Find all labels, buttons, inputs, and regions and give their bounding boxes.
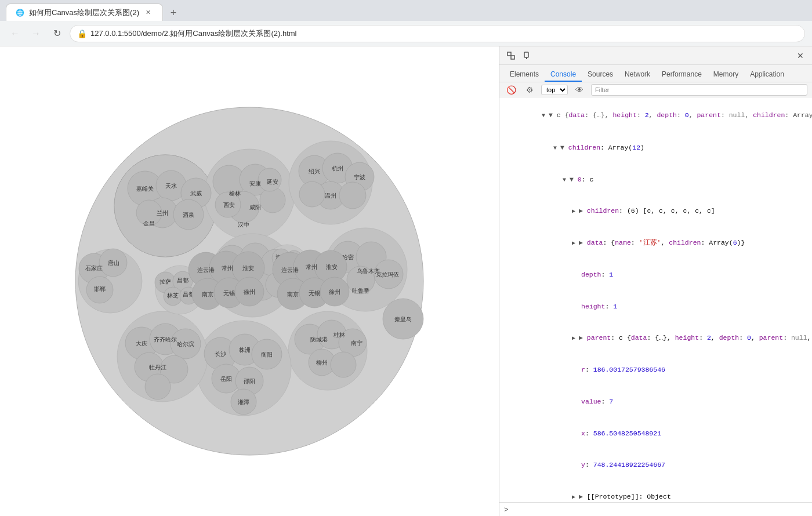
console-line[interactable]: ▶ data: {name: '江苏', children: Array(6)}	[499, 227, 812, 259]
svg-text:嘉峪关: 嘉峪关	[136, 186, 154, 192]
svg-text:宁波: 宁波	[354, 174, 365, 180]
svg-text:桂林: 桂林	[333, 332, 345, 338]
browser-window: 🌐 如何用Canvas绘制层次关系图(2) ✕ + ← → ↻ 🔒 127.0.…	[0, 0, 812, 516]
tab-network[interactable]: Network	[619, 68, 656, 82]
svg-rect-141	[526, 57, 527, 59]
tab-memory[interactable]: Memory	[708, 68, 744, 82]
tab-close-button[interactable]: ✕	[144, 8, 153, 17]
svg-text:酒泉: 酒泉	[183, 212, 194, 218]
forward-button[interactable]: →	[28, 26, 44, 42]
device-toolbar-button[interactable]	[520, 49, 534, 63]
console-line: height: 1	[499, 290, 812, 322]
new-tab-button[interactable]: +	[165, 5, 182, 21]
svg-text:湘潭: 湘潭	[238, 399, 249, 405]
svg-text:杭州: 杭州	[331, 165, 343, 172]
svg-text:无锡: 无锡	[223, 290, 235, 296]
active-tab[interactable]: 🌐 如何用Canvas绘制层次关系图(2) ✕	[6, 3, 163, 21]
console-output[interactable]: ▼ c {data: {…}, height: 2, depth: 0, par…	[499, 97, 812, 502]
console-line[interactable]: ▼ 0: c	[499, 163, 812, 195]
clear-console-button[interactable]: 🚫	[504, 83, 518, 97]
svg-rect-138	[507, 52, 511, 56]
console-settings-button[interactable]: ⚙	[523, 83, 536, 97]
svg-text:安康: 安康	[249, 180, 261, 187]
svg-text:徐州: 徐州	[329, 289, 340, 295]
devtools-panel: ✕ Elements Console Sources Network Perfo…	[499, 46, 812, 516]
svg-text:南京: 南京	[287, 291, 299, 297]
svg-point-51	[145, 374, 171, 399]
bubble-chart-svg: 嘉峪关 天水 武威 榆林 安康 延安 兰州 酒泉 西安 咸阳 金昌 汉中 绍兴 …	[64, 55, 435, 507]
tab-performance[interactable]: Performance	[656, 68, 708, 82]
tab-title: 如何用Canvas绘制层次关系图(2)	[29, 8, 139, 18]
lock-icon: 🔒	[77, 29, 87, 38]
url-input[interactable]: 🔒 127.0.0.1:5500/demo/2.如何用Canvas绘制层次关系图…	[70, 25, 805, 42]
console-line: value: 7	[499, 386, 812, 418]
svg-text:温州: 温州	[325, 192, 336, 199]
canvas-visualization: 嘉峪关 天水 武威 榆林 安康 延安 兰州 酒泉 西安 咸阳 金昌 汉中 绍兴 …	[58, 46, 441, 516]
svg-rect-140	[524, 52, 528, 57]
svg-text:榆林: 榆林	[229, 190, 241, 197]
tab-elements[interactable]: Elements	[504, 68, 545, 82]
expand-arrow[interactable]	[542, 111, 548, 120]
devtools-toolbar: ✕	[499, 46, 812, 65]
tab-sources[interactable]: Sources	[582, 68, 619, 82]
svg-text:延安: 延安	[266, 179, 278, 185]
tab-console[interactable]: Console	[545, 68, 582, 82]
svg-text:汉中: 汉中	[238, 221, 249, 228]
main-area: 嘉峪关 天水 武威 榆林 安康 延安 兰州 酒泉 西安 咸阳 金昌 汉中 绍兴 …	[0, 46, 812, 516]
console-line: depth: 1	[499, 259, 812, 291]
console-line[interactable]: ▶ children: (6) [c, c, c, c, c, c]	[499, 195, 812, 227]
svg-text:岳阳: 岳阳	[220, 376, 232, 382]
svg-text:绍兴: 绍兴	[309, 168, 320, 175]
svg-text:金昌: 金昌	[143, 220, 155, 227]
back-button[interactable]: ←	[7, 26, 23, 42]
svg-text:拉萨: 拉萨	[160, 278, 171, 285]
tab-application[interactable]: Application	[744, 68, 790, 82]
svg-text:衡阳: 衡阳	[261, 351, 273, 358]
console-line: x: 586.5048250548921	[499, 417, 812, 449]
inspect-element-button[interactable]	[504, 49, 518, 63]
svg-text:徐州: 徐州	[244, 289, 255, 295]
console-prompt: >	[504, 505, 509, 514]
svg-point-30	[299, 181, 325, 207]
close-devtools-button[interactable]: ✕	[793, 49, 807, 63]
svg-text:天水: 天水	[165, 183, 177, 189]
svg-text:唐山: 唐山	[108, 260, 119, 266]
address-bar: ← → ↻ 🔒 127.0.0.1:5500/demo/2.如何用Canvas绘…	[0, 21, 812, 46]
svg-rect-139	[511, 56, 514, 59]
svg-text:石家庄: 石家庄	[85, 265, 103, 271]
svg-text:淮安: 淮安	[242, 265, 254, 271]
svg-text:兰州: 兰州	[157, 210, 168, 216]
svg-text:常州: 常州	[222, 265, 233, 271]
svg-text:吐鲁番: 吐鲁番	[352, 288, 369, 294]
filter-input[interactable]	[591, 84, 807, 96]
console-line: y: 748.24418922254667	[499, 449, 812, 481]
console-input[interactable]	[512, 506, 807, 514]
svg-text:西安: 西安	[223, 202, 235, 208]
svg-text:大庆: 大庆	[136, 340, 147, 347]
console-toolbar: 🚫 ⚙ top 👁	[499, 82, 812, 97]
console-line[interactable]: ▶ parent: c {data: {…}, height: 2, depth…	[499, 322, 812, 354]
svg-point-29	[339, 182, 366, 209]
console-line: r: 186.00172579386546	[499, 354, 812, 386]
page-content: 嘉峪关 天水 武威 榆林 安康 延安 兰州 酒泉 西安 咸阳 金昌 汉中 绍兴 …	[0, 46, 499, 516]
url-text: 127.0.0.1:5500/demo/2.如何用Canvas绘制层次关系图(2…	[90, 28, 296, 39]
context-selector[interactable]: top	[541, 85, 568, 95]
svg-text:齐齐哈尔: 齐齐哈尔	[154, 336, 177, 343]
console-line[interactable]: ▶ [[Prototype]]: Object	[499, 481, 812, 502]
devtools-tabs: Elements Console Sources Network Perform…	[499, 65, 812, 82]
svg-text:防城港: 防城港	[310, 336, 328, 343]
svg-text:南宁: 南宁	[351, 340, 362, 346]
svg-point-39	[331, 352, 356, 377]
eye-button[interactable]: 👁	[572, 83, 586, 97]
svg-text:克拉玛依: 克拉玛依	[376, 271, 399, 278]
svg-text:昌都: 昌都	[177, 277, 188, 284]
svg-text:邯郸: 邯郸	[94, 286, 106, 292]
svg-text:咸阳: 咸阳	[249, 204, 261, 210]
svg-text:淮安: 淮安	[326, 264, 338, 270]
svg-text:武威: 武威	[190, 190, 202, 197]
svg-text:连云港: 连云港	[197, 267, 215, 273]
console-line[interactable]: ▼ c {data: {…}, height: 2, depth: 0, par…	[499, 100, 812, 132]
svg-text:株洲: 株洲	[238, 347, 251, 353]
svg-text:哈尔滨: 哈尔滨	[177, 341, 194, 347]
refresh-button[interactable]: ↻	[49, 26, 65, 42]
